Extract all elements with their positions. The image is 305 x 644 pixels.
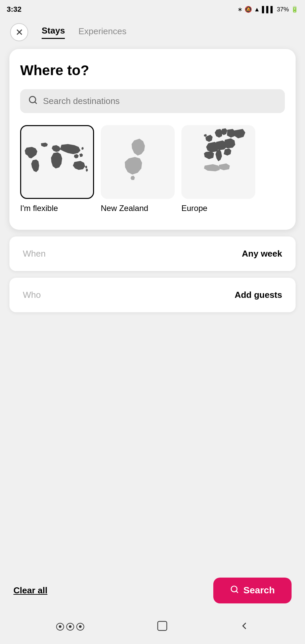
- search-button[interactable]: Search: [213, 578, 292, 603]
- europe-label: Europe: [181, 204, 255, 213]
- europe-map: [181, 125, 255, 199]
- when-value: Any week: [242, 249, 282, 259]
- svg-line-3: [236, 591, 238, 593]
- who-row[interactable]: Who Add guests: [9, 278, 296, 312]
- android-nav-bar: ⦿⦿⦿: [0, 610, 305, 644]
- tab-stays[interactable]: Stays: [42, 25, 65, 39]
- bluetooth-icon: ∗: [237, 6, 243, 13]
- who-value: Add guests: [234, 290, 282, 300]
- search-bar[interactable]: [20, 89, 285, 113]
- svg-line-1: [35, 102, 36, 103]
- nav-tabs: Stays Experiences: [42, 25, 126, 39]
- nz-map: [101, 125, 175, 199]
- when-row[interactable]: When Any week: [9, 236, 296, 271]
- close-icon: ✕: [15, 27, 23, 38]
- search-btn-icon: [230, 585, 239, 596]
- back-icon[interactable]: [239, 621, 250, 634]
- nz-label: New Zealand: [101, 204, 175, 213]
- when-label: When: [23, 249, 46, 259]
- battery-percent: 37%: [277, 6, 289, 13]
- destination-new-zealand[interactable]: New Zealand: [101, 125, 175, 213]
- tab-experiences[interactable]: Experiences: [78, 26, 126, 39]
- battery-icon: 🔋: [291, 6, 298, 13]
- svg-rect-4: [158, 622, 167, 631]
- home-icon[interactable]: [156, 620, 168, 635]
- mute-icon: 🔕: [245, 6, 252, 13]
- destination-search-input[interactable]: [43, 96, 277, 106]
- search-icon: [28, 95, 38, 107]
- where-to-card: Where to?: [9, 49, 296, 230]
- flexible-label: I'm flexible: [20, 204, 94, 213]
- close-button[interactable]: ✕: [10, 23, 28, 41]
- signal-icon: ▌▌▌: [262, 6, 275, 13]
- destination-flexible[interactable]: I'm flexible: [20, 125, 94, 213]
- status-icons: ∗ 🔕 ▲ ▌▌▌ 37% 🔋: [237, 6, 298, 13]
- status-time: 3:32: [7, 5, 21, 14]
- flexible-map: [20, 125, 94, 199]
- status-bar: 3:32 ∗ 🔕 ▲ ▌▌▌ 37% 🔋: [0, 0, 305, 19]
- where-to-title: Where to?: [20, 62, 285, 78]
- clear-all-button[interactable]: Clear all: [13, 585, 47, 596]
- content-spacer: [0, 319, 305, 426]
- who-label: Who: [23, 290, 41, 300]
- bottom-bar: Clear all Search: [0, 574, 305, 607]
- destination-europe[interactable]: Europe: [181, 125, 255, 213]
- recents-icon[interactable]: ⦿⦿⦿: [55, 622, 86, 633]
- wifi-icon: ▲: [254, 6, 260, 13]
- destination-grid: I'm flexible New Zealand: [20, 125, 285, 216]
- nav-header: ✕ Stays Experiences: [0, 19, 305, 46]
- search-btn-label: Search: [244, 585, 275, 596]
